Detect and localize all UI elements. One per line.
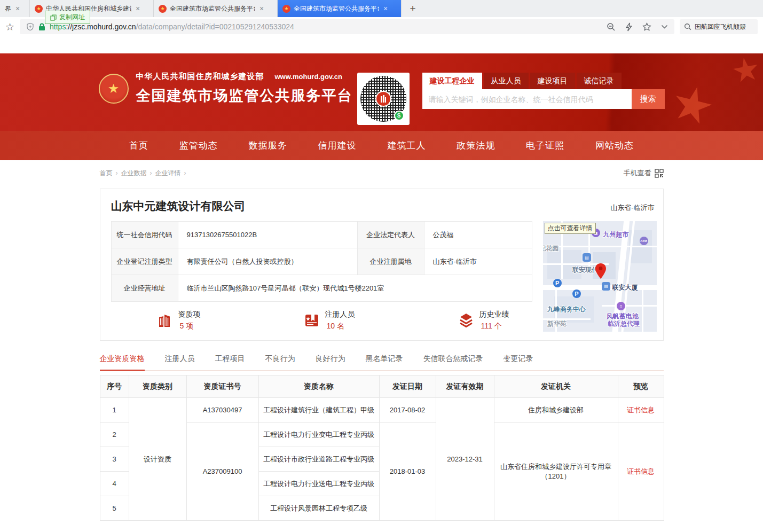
cell-validity: 2023-12-31 [436, 398, 494, 521]
zoom-out-icon[interactable] [607, 22, 616, 32]
tab-registered-personnel[interactable]: 注册人员 [165, 354, 195, 370]
cell-name: 工程设计建筑行业（建筑工程）甲级 [258, 398, 379, 423]
platform-title: 全国建筑市场监管公共服务平台 [136, 86, 353, 105]
page-top-gap [0, 36, 763, 53]
quick-search-text: 国航回应飞机颠簸 [695, 22, 746, 32]
url-text[interactable]: https://jzsc.mohurd.gov.cn/data/company/… [50, 22, 602, 31]
browser-tab-active[interactable]: ★ 全国建筑市场监管公共服务平台 × [278, 0, 402, 17]
stat-registered-personnel[interactable]: 注册人员 10 名 [304, 309, 355, 332]
close-icon[interactable]: × [259, 4, 264, 13]
urlbar-actions [607, 22, 668, 32]
legal-rep-value: 公茂福 [424, 222, 532, 248]
table-row: 企业登记注册类型 有限责任公司（自然人投资或控股） 企业注册属地 山东省-临沂市 [111, 248, 532, 275]
shield-add-icon[interactable] [26, 22, 34, 31]
search-tab-personnel[interactable]: 从业人员 [484, 73, 529, 89]
quick-search-box[interactable]: 国航回应飞机颠簸 [680, 19, 758, 34]
breadcrumb-home[interactable]: 首页 [100, 169, 118, 178]
cell-no: 4 [100, 472, 129, 496]
nav-item-credit[interactable]: 信用建设 [318, 139, 357, 152]
keyword-search-input[interactable] [422, 89, 632, 109]
cell-cert-no: A237009100 [186, 423, 258, 521]
certificate-info-link[interactable]: 证书信息 [618, 398, 664, 423]
chevron-down-icon[interactable] [661, 25, 668, 29]
nav-item-home[interactable]: 首页 [129, 139, 148, 152]
tab-projects[interactable]: 工程项目 [215, 354, 245, 370]
col-header-preview: 预览 [618, 375, 664, 398]
location-map[interactable]: 点击可查看详情 ▣ 九州超市 ATM 纪花园 ▤ 联安现代城 ▤ 联安大厦 P … [543, 221, 657, 332]
wechat-icon: S [394, 111, 404, 121]
nav-item-site-news[interactable]: 网站动态 [595, 139, 634, 152]
tab-change-records[interactable]: 变更记录 [504, 354, 533, 370]
tab-title: 全国建筑市场监管公共服务平台 [170, 4, 255, 13]
close-icon[interactable]: × [383, 4, 388, 13]
map-label-xinhua: 新华苑 [547, 319, 567, 328]
url-bar: ☆ https://jzsc.mohurd.gov.cn/data/compan… [0, 17, 763, 36]
close-icon[interactable]: × [15, 4, 20, 13]
nav-item-workers[interactable]: 建筑工人 [387, 139, 426, 152]
building-icon [157, 312, 173, 328]
tab-bad-behavior[interactable]: 不良行为 [265, 354, 295, 370]
lightning-icon[interactable] [625, 22, 633, 32]
browser-chrome: 界 × ★ 中华人民共和国住房和城乡建设 × ★ 全国建筑市场监管公共服务平台 … [0, 0, 763, 36]
ministry-name: 中华人民共和国住房和城乡建设部 [136, 72, 264, 82]
ministry-url: www.mohurd.gov.cn [275, 73, 342, 81]
nav-item-certificates[interactable]: 电子证照 [526, 139, 564, 152]
search-icon [684, 23, 691, 30]
site-banner: ★ 中华人民共和国住房和城乡建设部 www.mohurd.gov.cn 全国建筑… [0, 53, 763, 131]
col-header-validity: 发证有效期 [436, 375, 494, 398]
search-button[interactable]: 搜索 [632, 89, 665, 109]
main-navigation: 首页 监管动态 数据服务 信用建设 建筑工人 政策法规 电子证照 网站动态 [0, 131, 763, 160]
tab-dishonesty-records[interactable]: 失信联合惩戒记录 [423, 354, 483, 370]
browser-tab-1[interactable]: 界 × [0, 0, 30, 17]
cell-name: 工程设计电力行业送电工程专业丙级 [258, 472, 379, 496]
new-tab-button[interactable]: + [402, 0, 424, 17]
address-value: 临沂市兰山区陶然路107号星河晶都（联安）现代城1号楼2201室 [178, 275, 532, 302]
close-icon[interactable]: × [136, 4, 140, 13]
company-info-table: 统一社会信用代码 91371302675501022B 企业法定代表人 公茂福 … [111, 221, 532, 302]
breadcrumb-company-detail[interactable]: 企业详情 [155, 169, 186, 178]
cell-authority: 住房和城乡建设部 [494, 398, 618, 423]
stat-label: 资质项 [178, 309, 201, 320]
nav-item-policy[interactable]: 政策法规 [457, 139, 495, 152]
tab-good-behavior[interactable]: 良好行为 [316, 354, 345, 370]
col-header-no: 序号 [100, 375, 129, 398]
cell-authority: 山东省住房和城乡建设厅许可专用章（1201） [494, 423, 618, 521]
cell-cert-no: A137030497 [186, 398, 258, 423]
browser-tab-3[interactable]: ★ 全国建筑市场监管公共服务平台 × [154, 0, 278, 17]
emblem-favicon-icon: ★ [159, 5, 167, 13]
banner-search-widget: 建设工程企业 从业人员 建设项目 诚信记录 搜索 [422, 73, 665, 109]
stat-qualifications[interactable]: 资质项 5 项 [157, 309, 201, 332]
building-poi-icon: ▤ [583, 253, 591, 262]
stat-label: 注册人员 [325, 309, 355, 320]
stat-historical-performance[interactable]: 历史业绩 111 个 [458, 309, 509, 332]
field-label: 企业登记注册类型 [111, 248, 178, 275]
table-row: 1 设计资质 A137030497 工程设计建筑行业（建筑工程）甲级 2017-… [100, 398, 664, 423]
company-name: 山东中元建筑设计有限公司 [111, 199, 246, 214]
favorite-star-icon[interactable] [642, 22, 651, 32]
search-tab-project[interactable]: 建设项目 [530, 73, 575, 89]
certificate-info-link[interactable]: 证书信息 [618, 423, 664, 521]
cell-name: 工程设计电力行业变电工程专业丙级 [258, 423, 379, 447]
parking-icon: P [553, 279, 562, 287]
search-tab-credit[interactable]: 诚信记录 [577, 73, 622, 89]
tab-qualifications[interactable]: 企业资质资格 [100, 354, 145, 371]
qr-code-icon [655, 169, 664, 178]
search-category-tabs: 建设工程企业 从业人员 建设项目 诚信记录 [422, 73, 665, 89]
tab-blacklist[interactable]: 黑名单记录 [366, 354, 403, 370]
mobile-view-button[interactable]: 手机查看 [624, 168, 664, 178]
field-label: 统一社会信用代码 [111, 222, 178, 248]
col-header-cert-no: 资质证书号 [186, 375, 258, 398]
address-field[interactable]: https://jzsc.mohurd.gov.cn/data/company/… [20, 19, 674, 34]
nav-item-supervision[interactable]: 监管动态 [179, 139, 218, 152]
search-tab-enterprise[interactable]: 建设工程企业 [422, 73, 482, 89]
tab-title: 界 [5, 4, 11, 13]
nav-item-data-service[interactable]: 数据服务 [249, 139, 287, 152]
copy-url-tooltip[interactable]: 复制网址 [45, 11, 90, 24]
map-label-lianan-tower: 联安大厦 [612, 283, 638, 292]
certificate-book-icon [304, 312, 320, 328]
bookmark-star-icon[interactable]: ☆ [5, 22, 14, 32]
tab-bar: 界 × ★ 中华人民共和国住房和城乡建设 × ★ 全国建筑市场监管公共服务平台 … [0, 0, 763, 17]
breadcrumb-company-data[interactable]: 企业数据 [121, 169, 152, 178]
site-logo[interactable]: ★ 中华人民共和国住房和城乡建设部 www.mohurd.gov.cn 全国建筑… [99, 72, 353, 105]
cell-no: 2 [100, 423, 129, 447]
